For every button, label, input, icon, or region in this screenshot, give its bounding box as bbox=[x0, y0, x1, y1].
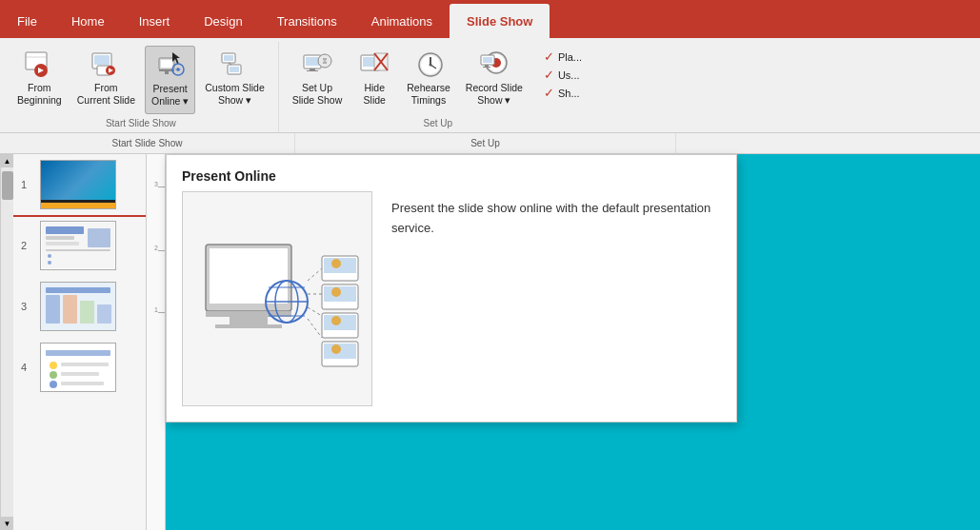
setup-slide-show-button[interactable]: Set UpSlide Show bbox=[287, 46, 349, 114]
tab-transitions[interactable]: Transitions bbox=[260, 4, 354, 38]
tab-home[interactable]: Home bbox=[54, 4, 122, 38]
setup-group-label: Set Up bbox=[279, 118, 597, 128]
setup-buttons: Set UpSlide Show HideSlide bbox=[287, 46, 590, 115]
svg-point-85 bbox=[331, 287, 341, 297]
svg-rect-5 bbox=[94, 55, 110, 65]
slide-thumb-1 bbox=[40, 160, 116, 209]
tooltip-body: Present the slide show online with the d… bbox=[167, 191, 736, 422]
setup-bar-label: Set Up bbox=[295, 133, 676, 153]
svg-rect-56 bbox=[97, 304, 111, 324]
use-timings-check: ✓ bbox=[544, 68, 554, 82]
svg-rect-52 bbox=[46, 287, 110, 293]
svg-rect-40 bbox=[483, 57, 492, 63]
ruler-mark-3: 3 bbox=[147, 181, 158, 187]
scroll-down-arrow[interactable]: ▼ bbox=[1, 517, 14, 530]
svg-point-88 bbox=[331, 316, 341, 325]
svg-point-60 bbox=[50, 371, 57, 379]
svg-point-91 bbox=[331, 344, 341, 354]
svg-rect-41 bbox=[485, 65, 489, 67]
slide-thumb-4 bbox=[40, 343, 116, 392]
main-area: ▲ ▼ 1 2 bbox=[0, 154, 980, 530]
svg-rect-44 bbox=[46, 226, 84, 234]
use-timings-row[interactable]: ✓ Us... bbox=[544, 68, 582, 82]
start-slide-show-label: Start Slide Show bbox=[4, 118, 278, 128]
svg-rect-24 bbox=[307, 70, 318, 71]
slide-thumb-3 bbox=[40, 282, 116, 331]
record-slide-show-button[interactable]: Record SlideShow ▾ bbox=[460, 46, 529, 114]
svg-rect-63 bbox=[61, 372, 99, 376]
svg-line-78 bbox=[308, 319, 322, 338]
from-beginning-label: FromBeginning bbox=[17, 82, 62, 106]
tab-design[interactable]: Design bbox=[187, 4, 259, 38]
use-timings-label: Us... bbox=[558, 69, 580, 81]
svg-rect-17 bbox=[224, 55, 233, 61]
tooltip-description: Present the slide show online with the d… bbox=[391, 191, 721, 406]
ribbon: File Home Insert Design Transitions Anim… bbox=[0, 0, 980, 154]
checkboxes-group: ✓ Pla... ✓ Us... ✓ Sh... bbox=[536, 46, 590, 104]
scroll-thumb[interactable] bbox=[2, 171, 13, 200]
scroll-up-arrow[interactable]: ▲ bbox=[1, 154, 14, 167]
play-narrations-label: Pla... bbox=[558, 51, 582, 63]
tab-file[interactable]: File bbox=[0, 4, 54, 38]
slide-number-2: 2 bbox=[21, 240, 32, 251]
svg-rect-46 bbox=[46, 242, 79, 245]
svg-rect-58 bbox=[46, 350, 110, 356]
svg-line-75 bbox=[308, 268, 322, 281]
svg-rect-45 bbox=[46, 236, 74, 240]
svg-rect-12 bbox=[165, 71, 169, 74]
present-online-icon bbox=[155, 50, 186, 81]
slide-item-1[interactable]: 1 bbox=[13, 154, 146, 215]
rehearse-timings-button[interactable]: RehearseTimings bbox=[401, 46, 456, 114]
svg-rect-69 bbox=[215, 324, 282, 328]
rehearse-timings-label: RehearseTimings bbox=[407, 82, 450, 106]
record-slide-show-label: Record SlideShow ▾ bbox=[466, 82, 523, 106]
svg-point-25 bbox=[318, 54, 331, 68]
svg-point-59 bbox=[50, 362, 57, 369]
show-media-controls-label: Sh... bbox=[558, 88, 580, 99]
record-slide-show-icon bbox=[479, 49, 510, 80]
svg-point-35 bbox=[430, 64, 432, 67]
svg-point-50 bbox=[48, 261, 51, 265]
custom-slide-show-icon bbox=[220, 49, 250, 80]
svg-rect-68 bbox=[230, 317, 268, 324]
hide-slide-button[interactable]: HideSlide bbox=[351, 46, 397, 114]
group-setup: Set UpSlide Show HideSlide bbox=[279, 42, 597, 132]
present-online-button[interactable]: PresentOnline ▾ bbox=[145, 46, 195, 114]
tab-animations[interactable]: Animations bbox=[354, 4, 450, 38]
svg-rect-54 bbox=[63, 295, 77, 324]
present-online-label: PresentOnline ▾ bbox=[151, 83, 189, 107]
present-online-tooltip: Present Online bbox=[166, 154, 737, 422]
tab-insert[interactable]: Insert bbox=[122, 4, 188, 38]
from-current-icon bbox=[90, 49, 121, 80]
show-media-controls-row[interactable]: ✓ Sh... bbox=[544, 86, 582, 100]
svg-rect-47 bbox=[88, 228, 110, 247]
slide-item-4[interactable]: 4 bbox=[13, 337, 146, 398]
slide-item-3[interactable]: 3 bbox=[13, 276, 146, 337]
from-beginning-button[interactable]: FromBeginning bbox=[11, 46, 68, 114]
slide-number-1: 1 bbox=[21, 179, 32, 190]
from-beginning-icon bbox=[24, 49, 54, 80]
scroll-track[interactable]: ▲ ▼ bbox=[0, 154, 13, 530]
ruler-mark-2: 2 bbox=[147, 245, 158, 251]
hide-slide-label: HideSlide bbox=[364, 82, 386, 106]
svg-point-49 bbox=[48, 254, 51, 258]
from-current-slide-button[interactable]: FromCurrent Slide bbox=[71, 46, 141, 114]
slide-number-3: 3 bbox=[21, 301, 32, 312]
slide-thumb-2 bbox=[40, 221, 116, 270]
svg-point-14 bbox=[176, 69, 179, 71]
svg-rect-19 bbox=[230, 67, 239, 72]
start-slide-show-bar-label: Start Slide Show bbox=[0, 133, 295, 153]
group-start-slide-show: FromBeginning FromCurrent Slide bbox=[4, 42, 279, 132]
svg-rect-48 bbox=[46, 249, 110, 251]
canvas-area: Present Online bbox=[166, 154, 980, 530]
tooltip-title: Present Online bbox=[167, 155, 736, 191]
group-labels-bar: Start Slide Show Set Up bbox=[0, 133, 980, 154]
svg-rect-23 bbox=[310, 69, 315, 70]
start-slide-show-buttons: FromBeginning FromCurrent Slide bbox=[11, 46, 270, 115]
play-narrations-row[interactable]: ✓ Pla... bbox=[544, 49, 582, 64]
tab-slideshow[interactable]: Slide Show bbox=[450, 4, 550, 38]
custom-slide-show-button[interactable]: Custom SlideShow ▾ bbox=[199, 46, 270, 114]
slide-item-2[interactable]: 2 bbox=[13, 215, 146, 276]
play-narrations-check: ✓ bbox=[544, 49, 554, 64]
custom-slide-show-label: Custom SlideShow ▾ bbox=[205, 82, 264, 106]
